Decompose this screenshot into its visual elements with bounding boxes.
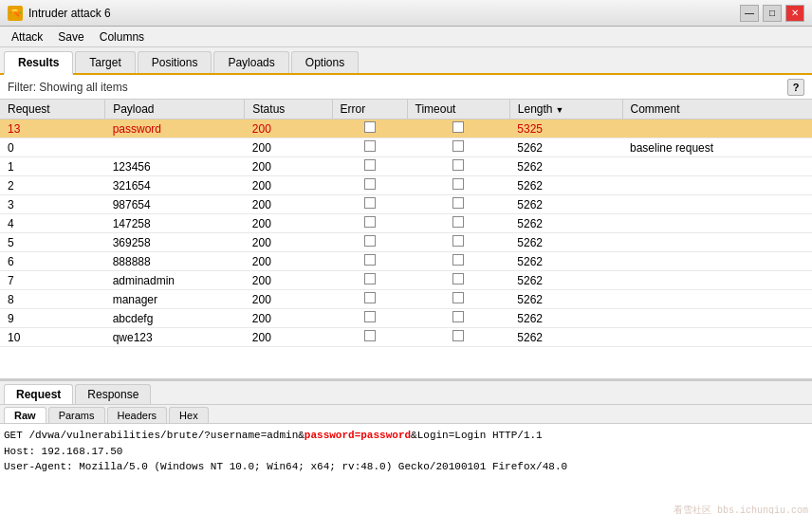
tab-target[interactable]: Target (75, 51, 135, 73)
checkbox-cell[interactable] (332, 195, 407, 214)
comment-cell (622, 252, 812, 271)
col-request[interactable]: Request (0, 100, 105, 119)
table-row[interactable]: 7adminadmin2005262 (0, 271, 812, 290)
sub-tab-hex[interactable]: Hex (169, 407, 209, 423)
table-row[interactable]: 23216542005262 (0, 176, 812, 195)
request-cell: 1 (0, 157, 105, 176)
sub-tab-params[interactable]: Params (48, 407, 105, 423)
table-row[interactable]: 68888882005262 (0, 252, 812, 271)
checkbox-cell[interactable] (407, 328, 509, 347)
table-row[interactable]: 13password2005325 (0, 119, 812, 138)
table-row[interactable]: 8manager2005262 (0, 290, 812, 309)
window-title: Intruder attack 6 (28, 7, 111, 20)
length-cell: 5262 (509, 157, 622, 176)
checkbox-cell[interactable] (407, 119, 509, 138)
window-controls: — □ ✕ (740, 5, 804, 22)
status-cell: 200 (245, 195, 332, 214)
col-timeout[interactable]: Timeout (407, 100, 509, 119)
table-row[interactable]: 11234562005262 (0, 157, 812, 176)
sub-tab-request[interactable]: Request (4, 384, 73, 404)
payload-cell: 147258 (105, 214, 245, 233)
checkbox-cell[interactable] (407, 233, 509, 252)
menu-columns[interactable]: Columns (92, 28, 152, 45)
tab-options[interactable]: Options (291, 51, 359, 73)
col-payload[interactable]: Payload (105, 100, 245, 119)
help-button[interactable]: ? (787, 79, 804, 96)
payload-cell: 321654 (105, 176, 245, 195)
table-row[interactable]: 53692582005262 (0, 233, 812, 252)
checkbox-cell[interactable] (407, 138, 509, 157)
col-error[interactable]: Error (332, 100, 407, 119)
table-row[interactable]: 9abcdefg2005262 (0, 309, 812, 328)
checkbox-cell[interactable] (332, 119, 407, 138)
payload-cell: 987654 (105, 195, 245, 214)
status-cell: 200 (245, 138, 332, 157)
tab-positions[interactable]: Positions (138, 51, 212, 73)
checkbox-cell[interactable] (407, 157, 509, 176)
length-cell: 5262 (509, 233, 622, 252)
checkbox-cell[interactable] (332, 328, 407, 347)
comment-cell: baseline request (622, 138, 812, 157)
checkbox-cell[interactable] (332, 271, 407, 290)
bottom-section: Request Response Raw Params Headers Hex … (0, 379, 812, 514)
comment-cell (622, 233, 812, 252)
table-row[interactable]: 10qwe1232005262 (0, 328, 812, 347)
request-cell: 9 (0, 309, 105, 328)
table-row[interactable]: 39876542005262 (0, 195, 812, 214)
title-bar: 🔫 Intruder attack 6 — □ ✕ (0, 0, 812, 27)
request-line-1: GET /dvwa/vulnerabilities/brute/?usernam… (4, 428, 808, 444)
checkbox-cell[interactable] (332, 138, 407, 157)
checkbox-cell[interactable] (407, 214, 509, 233)
status-cell: 200 (245, 290, 332, 309)
minimize-button[interactable]: — (740, 5, 759, 22)
filter-text: Filter: Showing all items (8, 81, 128, 94)
checkbox-cell[interactable] (407, 271, 509, 290)
payload-cell: abcdefg (105, 309, 245, 328)
checkbox-cell[interactable] (332, 157, 407, 176)
comment-cell (622, 271, 812, 290)
checkbox-cell[interactable] (407, 252, 509, 271)
checkbox-cell[interactable] (332, 309, 407, 328)
filter-bar: Filter: Showing all items ? (0, 75, 812, 100)
checkbox-cell[interactable] (332, 252, 407, 271)
length-cell: 5262 (509, 195, 622, 214)
checkbox-cell[interactable] (407, 290, 509, 309)
status-cell: 200 (245, 271, 332, 290)
menu-attack[interactable]: Attack (4, 28, 50, 45)
checkbox-cell[interactable] (332, 290, 407, 309)
length-cell: 5262 (509, 176, 622, 195)
tab-payloads[interactable]: Payloads (213, 51, 288, 73)
col-comment[interactable]: Comment (622, 100, 812, 119)
sub-tab-raw[interactable]: Raw (4, 407, 46, 423)
results-table: Request Payload Status Error Timeout Len… (0, 100, 812, 347)
app-icon: 🔫 (8, 6, 23, 21)
request-format-tab-bar: Raw Params Headers Hex (0, 405, 812, 424)
checkbox-cell[interactable] (332, 176, 407, 195)
payload-cell (105, 138, 245, 157)
menu-save[interactable]: Save (50, 28, 91, 45)
request-cell: 10 (0, 328, 105, 347)
status-cell: 200 (245, 252, 332, 271)
table-header-row: Request Payload Status Error Timeout Len… (0, 100, 812, 119)
status-cell: 200 (245, 157, 332, 176)
payload-cell: manager (105, 290, 245, 309)
table-row[interactable]: 41472582005262 (0, 214, 812, 233)
table-row[interactable]: 02005262baseline request (0, 138, 812, 157)
sub-tab-response[interactable]: Response (75, 384, 151, 404)
maximize-button[interactable]: □ (763, 5, 782, 22)
checkbox-cell[interactable] (407, 176, 509, 195)
comment-cell (622, 328, 812, 347)
request-cell: 2 (0, 176, 105, 195)
checkbox-cell[interactable] (407, 309, 509, 328)
col-length[interactable]: Length▼ (509, 100, 622, 119)
length-cell: 5262 (509, 252, 622, 271)
sub-tab-headers[interactable]: Headers (107, 407, 168, 423)
checkbox-cell[interactable] (407, 195, 509, 214)
checkbox-cell[interactable] (332, 233, 407, 252)
tab-results[interactable]: Results (4, 51, 73, 75)
comment-cell (622, 195, 812, 214)
close-button[interactable]: ✕ (785, 5, 804, 22)
request-cell: 3 (0, 195, 105, 214)
checkbox-cell[interactable] (332, 214, 407, 233)
col-status[interactable]: Status (245, 100, 332, 119)
